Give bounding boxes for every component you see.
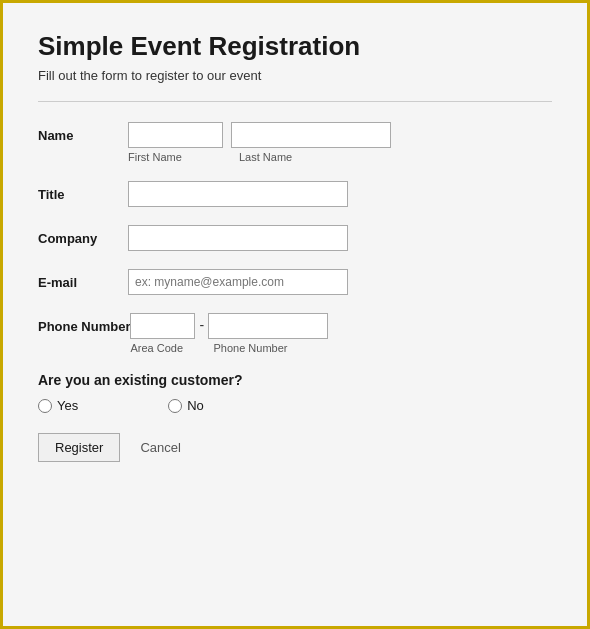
first-name-sublabel: First Name (128, 151, 223, 163)
form-subtitle: Fill out the form to register to our eve… (38, 68, 552, 83)
phone-number-input[interactable] (208, 313, 328, 339)
button-row: Register Cancel (38, 433, 552, 462)
yes-radio-label[interactable]: Yes (38, 398, 78, 413)
area-code-sublabel: Area Code (130, 342, 195, 354)
email-row: E-mail (38, 269, 552, 295)
yes-radio[interactable] (38, 399, 52, 413)
no-radio[interactable] (168, 399, 182, 413)
first-name-group (128, 122, 223, 148)
name-row: Name First Name Last Name (38, 122, 552, 163)
customer-section: Are you an existing customer? Yes No (38, 372, 552, 413)
no-radio-label[interactable]: No (168, 398, 204, 413)
phone-dash: - (199, 313, 204, 333)
last-name-input[interactable] (231, 122, 391, 148)
divider (38, 101, 552, 102)
page-wrapper: Simple Event Registration Fill out the f… (0, 0, 590, 629)
title-label: Title (38, 181, 128, 202)
title-row: Title (38, 181, 552, 207)
title-input[interactable] (128, 181, 348, 207)
yes-label: Yes (57, 398, 78, 413)
last-name-sublabel: Last Name (239, 151, 399, 163)
form-container: Simple Event Registration Fill out the f… (3, 3, 587, 490)
last-name-group (231, 122, 391, 148)
name-label: Name (38, 122, 128, 143)
company-label: Company (38, 225, 128, 246)
form-title: Simple Event Registration (38, 31, 552, 62)
phone-sublabels: Area Code Phone Number (130, 342, 333, 354)
phone-inputs: - (130, 313, 333, 339)
customer-question: Are you an existing customer? (38, 372, 552, 388)
company-input[interactable] (128, 225, 348, 251)
phone-number-sublabel: Phone Number (213, 342, 333, 354)
name-sublabels: First Name Last Name (128, 148, 399, 163)
name-inputs-container: First Name Last Name (128, 122, 399, 163)
first-name-input[interactable] (128, 122, 223, 148)
register-button[interactable]: Register (38, 433, 120, 462)
radio-group: Yes No (38, 398, 552, 413)
phone-inputs-container: - Area Code Phone Number (130, 313, 333, 354)
email-label: E-mail (38, 269, 128, 290)
email-input[interactable] (128, 269, 348, 295)
name-inputs (128, 122, 399, 148)
no-label: No (187, 398, 204, 413)
phone-label: Phone Number (38, 313, 130, 334)
area-code-input[interactable] (130, 313, 195, 339)
company-row: Company (38, 225, 552, 251)
phone-row: Phone Number - Area Code Phone Number (38, 313, 552, 354)
cancel-button[interactable]: Cancel (132, 434, 188, 461)
